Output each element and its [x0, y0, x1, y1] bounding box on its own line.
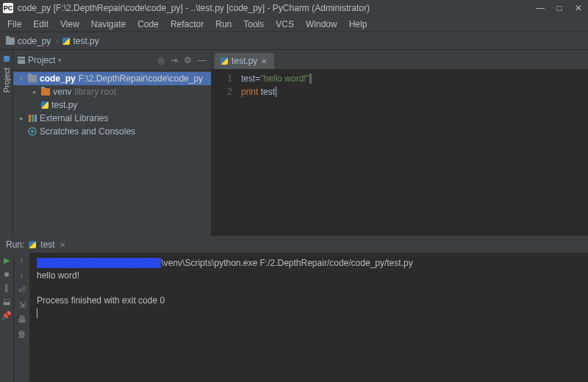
- gutter: 1 2: [212, 72, 241, 236]
- tree-venv[interactable]: ▸ venv library root: [13, 85, 211, 98]
- scratches-icon: [28, 127, 37, 136]
- code-lines[interactable]: test="hello word!"; print test;: [241, 72, 588, 236]
- close-run-tab-icon[interactable]: ✕: [60, 241, 65, 249]
- menu-file[interactable]: File: [3, 18, 26, 31]
- menu-tools[interactable]: Tools: [239, 18, 268, 31]
- menu-view[interactable]: View: [56, 18, 84, 31]
- project-header: Project ▾ ◎ ⇥ ⚙ —: [13, 50, 211, 71]
- menu-refactor[interactable]: Refactor: [166, 18, 208, 31]
- close-button[interactable]: ✕: [572, 3, 585, 13]
- window-title: code_py [F:\2.DepthRepair\code\code_py] …: [18, 3, 370, 13]
- tree-venv-name: venv: [53, 87, 71, 97]
- menu-window[interactable]: Window: [301, 18, 342, 31]
- project-title[interactable]: Project: [28, 55, 55, 65]
- code-line[interactable]: print test;: [241, 85, 588, 98]
- caret-hint: ;: [309, 73, 312, 84]
- maximize-button[interactable]: □: [553, 3, 566, 13]
- editor-tabs: test.py ✕: [212, 50, 588, 69]
- redacted-path: F:\2.DepthRepair\code\code_py: [37, 258, 161, 268]
- svg-rect-1: [18, 60, 25, 64]
- folder-excluded-icon: [41, 88, 50, 96]
- chevron-down-icon[interactable]: ▾: [58, 57, 62, 64]
- console-line: [37, 307, 581, 320]
- tree-scratches[interactable]: Scratches and Consoles: [13, 125, 211, 138]
- soft-wrap-button[interactable]: ⏎: [18, 285, 26, 295]
- expand-icon[interactable]: ▾: [18, 75, 25, 82]
- titlebar: PC code_py [F:\2.DepthRepair\code\code_p…: [0, 0, 588, 16]
- menu-run[interactable]: Run: [211, 18, 236, 31]
- menu-edit[interactable]: Edit: [29, 18, 53, 31]
- project-tool-icon[interactable]: [4, 56, 10, 62]
- tree-root-name: code_py: [40, 73, 76, 84]
- console-line: Process finished with exit code 0: [37, 295, 581, 307]
- menu-navigate[interactable]: Navigate: [87, 18, 130, 31]
- down-button[interactable]: ↓: [20, 270, 24, 281]
- breadcrumb-folder: code_py: [18, 36, 51, 46]
- project-view-icon: [18, 57, 25, 64]
- print-button[interactable]: 🖶: [18, 314, 26, 325]
- python-file-icon: [220, 57, 228, 65]
- run-toolbar-left: ▶ ■ ‖ ⬓ 📌: [0, 253, 13, 382]
- console-output[interactable]: F:\2.DepthRepair\code\code_py\venv\Scrip…: [29, 253, 588, 382]
- svg-rect-2: [29, 115, 31, 122]
- code-area[interactable]: 1 2 test="hello word!"; print test;: [212, 69, 588, 236]
- sidetab-project[interactable]: Project: [2, 65, 11, 96]
- tree-venv-note: library root: [74, 87, 116, 97]
- run-label: Run:: [6, 239, 24, 250]
- library-icon: [28, 114, 37, 123]
- tree-external-label: External Libraries: [40, 113, 108, 123]
- tree-file[interactable]: test.py: [13, 98, 211, 112]
- expand-icon[interactable]: ▸: [18, 115, 25, 122]
- pin-button[interactable]: 📌: [1, 311, 12, 320]
- folder-icon: [6, 37, 15, 45]
- svg-rect-0: [18, 57, 25, 59]
- project-tree: ▾ code_py F:\2.DepthRepair\code\code_py …: [13, 71, 211, 236]
- menu-help[interactable]: Help: [345, 18, 372, 31]
- dump-button[interactable]: ⬓: [3, 297, 10, 306]
- svg-rect-4: [35, 115, 37, 122]
- target-icon[interactable]: ◎: [157, 55, 165, 65]
- close-tab-icon[interactable]: ✕: [261, 57, 267, 65]
- svg-rect-3: [32, 115, 34, 122]
- rerun-button[interactable]: ▶: [4, 256, 10, 265]
- code-line[interactable]: test="hello word!";: [241, 72, 588, 85]
- run-header: Run: test ✕: [0, 237, 588, 253]
- console-line: F:\2.DepthRepair\code\code_py\venv\Scrip…: [37, 257, 581, 270]
- cursor: [37, 309, 37, 318]
- line-number: 1: [212, 72, 232, 85]
- python-file-icon: [29, 241, 36, 248]
- tree-file-name: test.py: [51, 100, 77, 110]
- editor-tab-label: test.py: [232, 56, 257, 66]
- folder-icon: [28, 75, 37, 82]
- menu-vcs[interactable]: VCS: [271, 18, 298, 31]
- clear-button[interactable]: 🗑: [18, 329, 26, 339]
- pause-button[interactable]: ‖: [4, 283, 9, 292]
- console-line: hello word!: [37, 270, 581, 282]
- pycharm-logo-icon: PC: [3, 3, 13, 13]
- editor: test.py ✕ 1 2 test="hello word!"; print …: [212, 50, 588, 236]
- breadcrumb-toolbar: code_py › test.py: [0, 32, 588, 50]
- console-line: [37, 282, 581, 295]
- tree-external[interactable]: ▸ External Libraries: [13, 112, 211, 125]
- breadcrumb[interactable]: code_py › test.py: [6, 36, 99, 46]
- run-tab[interactable]: test: [40, 239, 54, 250]
- sidetab: Project: [0, 50, 13, 236]
- up-button[interactable]: ↑: [20, 256, 24, 266]
- hide-icon[interactable]: —: [198, 55, 207, 65]
- project-panel: Project ▾ ◎ ⇥ ⚙ — ▾ code_py F:\2.DepthRe…: [13, 50, 212, 236]
- menu-code[interactable]: Code: [133, 18, 163, 31]
- minimize-button[interactable]: —: [534, 3, 547, 13]
- python-file-icon: [41, 101, 49, 109]
- line-number: 2: [212, 85, 232, 98]
- expand-icon[interactable]: ▸: [31, 88, 38, 96]
- tree-root[interactable]: ▾ code_py F:\2.DepthRepair\code\code_py: [13, 72, 211, 85]
- scroll-button[interactable]: ⇲: [18, 300, 26, 310]
- collapse-icon[interactable]: ⇥: [171, 55, 178, 65]
- tree-root-path: F:\2.DepthRepair\code\code_py: [79, 73, 203, 84]
- python-file-icon: [62, 37, 70, 45]
- stop-button[interactable]: ■: [4, 270, 10, 278]
- breadcrumb-file: test.py: [73, 36, 98, 46]
- gear-icon[interactable]: ⚙: [184, 55, 192, 65]
- editor-tab[interactable]: test.py ✕: [215, 53, 274, 69]
- caret-hint: ;: [275, 87, 277, 97]
